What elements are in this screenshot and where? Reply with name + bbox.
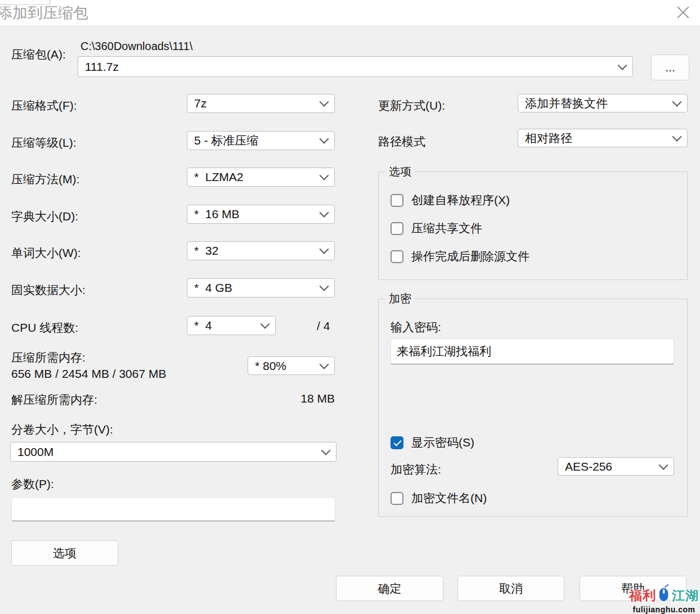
browse-button[interactable]: ... — [651, 55, 689, 80]
cpu-threads-value: * 4 — [194, 319, 212, 332]
password-input[interactable] — [391, 338, 674, 364]
dialog-title: 添加到压缩包 — [0, 3, 88, 23]
mouse-icon — [657, 584, 671, 604]
encrypt-filenames-checkbox[interactable] — [391, 492, 403, 505]
title-bar: 添加到压缩包 — [0, 0, 700, 25]
memory-decompress-value: 18 MB — [253, 392, 335, 405]
method-value: * LZMA2 — [194, 170, 244, 184]
parameters-label: 参数(P): — [11, 476, 54, 492]
cpu-threads-max: / 4 — [317, 319, 330, 333]
show-password-label: 显示密码(S) — [411, 435, 474, 450]
chevron-down-icon — [321, 445, 331, 455]
create-sfx-row[interactable]: 创建自释放程序(X) — [391, 192, 510, 208]
dictionary-value: * 16 MB — [194, 207, 240, 221]
archive-name-combobox[interactable]: 111.7z — [78, 56, 633, 77]
chevron-down-icon — [320, 97, 329, 107]
volume-size-combobox[interactable]: 1000M — [10, 442, 336, 462]
delete-after-label: 操作完成后删除源文件 — [411, 249, 530, 264]
level-label: 压缩等级(L): — [11, 135, 77, 151]
path-mode-value: 相对路径 — [525, 130, 572, 146]
options-groupbox: 选项 创建自释放程序(X) 压缩共享文件 操作完成后删除源文件 — [378, 171, 688, 280]
volume-size-value: 1000M — [17, 445, 53, 459]
ok-button[interactable]: 确定 — [336, 576, 443, 601]
memory-percent-value: * 80% — [255, 359, 286, 373]
memory-compress-label: 压缩所需内存: — [11, 350, 86, 365]
add-to-archive-dialog: { "window": { "title": "添加到压缩包" }, "arch… — [0, 0, 700, 614]
show-password-checkbox[interactable] — [391, 436, 403, 449]
encryption-method-select[interactable]: AES-256 — [558, 457, 674, 476]
options-group-title: 选项 — [385, 164, 415, 179]
chevron-down-icon — [320, 282, 329, 291]
encryption-groupbox: 加密 输入密码: 显示密码(S) 加密算法: AES-256 加密文件名(N) — [378, 299, 688, 517]
chevron-down-icon — [320, 359, 329, 369]
create-sfx-checkbox[interactable] — [391, 194, 403, 207]
watermark-text-left: 福利 — [629, 587, 656, 604]
solid-block-value: * 4 GB — [194, 281, 232, 295]
chevron-down-icon — [320, 208, 329, 218]
encryption-method-value: AES-256 — [565, 460, 612, 473]
chevron-down-icon — [320, 171, 329, 180]
dictionary-label: 字典大小(D): — [11, 209, 78, 224]
watermark-text-right: 江湖 — [672, 587, 699, 604]
watermark-domain: fulijianghu.com — [629, 605, 699, 614]
delete-after-row[interactable]: 操作完成后删除源文件 — [391, 249, 530, 264]
compress-shared-row[interactable]: 压缩共享文件 — [391, 220, 482, 236]
format-value: 7z — [194, 97, 207, 110]
encryption-group-title: 加密 — [385, 291, 415, 306]
parameters-input[interactable] — [11, 497, 335, 521]
chevron-down-icon — [320, 134, 329, 144]
watermark: 福利 江湖 fulijianghu.com — [629, 584, 699, 614]
archive-name-value: 111.7z — [85, 60, 119, 74]
method-select[interactable]: * LZMA2 — [187, 168, 335, 187]
compress-shared-label: 压缩共享文件 — [411, 220, 482, 236]
method-label: 压缩方法(M): — [11, 171, 79, 187]
cpu-threads-select[interactable]: * 4 — [187, 316, 276, 335]
update-mode-value: 添加并替换文件 — [525, 96, 608, 111]
format-label: 压缩格式(F): — [11, 98, 77, 114]
solid-block-select[interactable]: * 4 GB — [187, 278, 335, 297]
archive-label: 压缩包(A): — [11, 47, 66, 62]
chevron-down-icon — [320, 245, 329, 254]
cpu-threads-label: CPU 线程数: — [11, 320, 78, 336]
level-select[interactable]: 5 - 标准压缩 — [187, 131, 335, 150]
path-mode-label: 路径模式 — [378, 134, 425, 150]
word-size-value: * 32 — [194, 244, 218, 258]
encrypt-filenames-row[interactable]: 加密文件名(N) — [391, 490, 487, 506]
chevron-down-icon — [659, 460, 668, 469]
delete-after-checkbox[interactable] — [391, 250, 403, 263]
options-button[interactable]: 选项 — [11, 540, 118, 566]
chevron-down-icon — [261, 319, 270, 329]
memory-decompress-label: 解压缩所需内存: — [11, 392, 97, 408]
memory-compress-value: 656 MB / 2454 MB / 3067 MB — [11, 367, 166, 381]
dictionary-select[interactable]: * 16 MB — [187, 205, 335, 224]
archive-dir-path: C:\360Downloads\111\ — [80, 40, 192, 53]
encrypt-filenames-label: 加密文件名(N) — [411, 490, 487, 506]
compress-shared-checkbox[interactable] — [391, 222, 403, 235]
path-mode-select[interactable]: 相对路径 — [518, 129, 688, 147]
chevron-down-icon — [672, 97, 682, 106]
memory-percent-select[interactable]: * 80% — [248, 356, 335, 375]
word-size-select[interactable]: * 32 — [187, 241, 335, 260]
create-sfx-label: 创建自释放程序(X) — [411, 192, 510, 208]
password-label: 输入密码: — [391, 319, 441, 335]
volume-size-label: 分卷大小，字节(V): — [11, 422, 113, 437]
chevron-down-icon — [672, 132, 682, 141]
word-size-label: 单词大小(W): — [11, 245, 81, 261]
solid-block-label: 固实数据大小: — [11, 282, 86, 298]
encryption-method-label: 加密算法: — [391, 462, 441, 477]
close-icon[interactable] — [675, 4, 691, 20]
chevron-down-icon — [618, 60, 627, 70]
show-password-row[interactable]: 显示密码(S) — [391, 435, 474, 450]
cancel-button[interactable]: 取消 — [457, 576, 564, 601]
level-value: 5 - 标准压缩 — [194, 133, 258, 148]
update-mode-select[interactable]: 添加并替换文件 — [518, 94, 688, 112]
update-mode-label: 更新方式(U): — [378, 98, 445, 114]
format-select[interactable]: 7z — [187, 94, 335, 113]
